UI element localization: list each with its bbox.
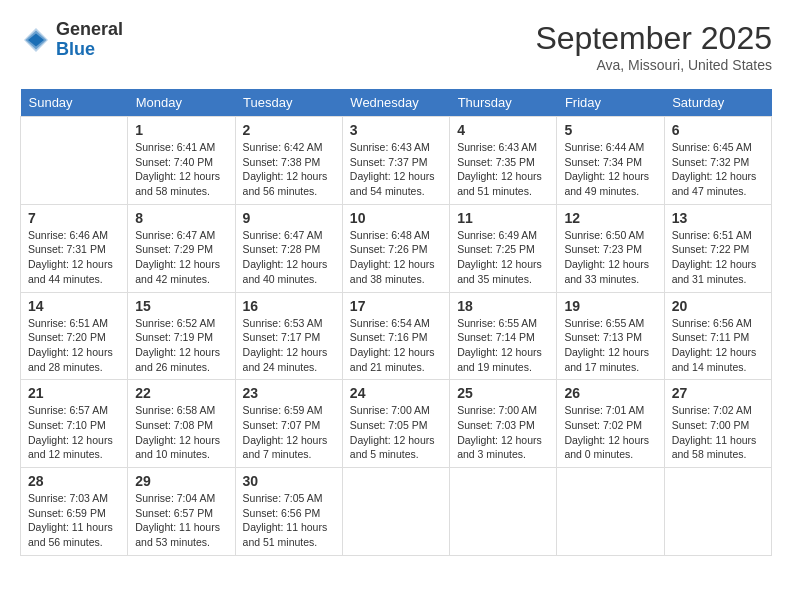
- day-number: 12: [564, 210, 656, 226]
- day-info: Sunrise: 6:47 AMSunset: 7:28 PMDaylight:…: [243, 228, 335, 287]
- day-number: 8: [135, 210, 227, 226]
- calendar-cell: 24Sunrise: 7:00 AMSunset: 7:05 PMDayligh…: [342, 380, 449, 468]
- day-number: 24: [350, 385, 442, 401]
- calendar-cell: 2Sunrise: 6:42 AMSunset: 7:38 PMDaylight…: [235, 117, 342, 205]
- day-number: 29: [135, 473, 227, 489]
- day-number: 23: [243, 385, 335, 401]
- weekday-header-row: SundayMondayTuesdayWednesdayThursdayFrid…: [21, 89, 772, 117]
- calendar-cell: 10Sunrise: 6:48 AMSunset: 7:26 PMDayligh…: [342, 204, 449, 292]
- calendar-cell: 16Sunrise: 6:53 AMSunset: 7:17 PMDayligh…: [235, 292, 342, 380]
- calendar-cell: 9Sunrise: 6:47 AMSunset: 7:28 PMDaylight…: [235, 204, 342, 292]
- day-info: Sunrise: 6:50 AMSunset: 7:23 PMDaylight:…: [564, 228, 656, 287]
- day-number: 17: [350, 298, 442, 314]
- calendar-cell: 19Sunrise: 6:55 AMSunset: 7:13 PMDayligh…: [557, 292, 664, 380]
- logo: General Blue: [20, 20, 123, 60]
- day-number: 11: [457, 210, 549, 226]
- calendar-cell: 1Sunrise: 6:41 AMSunset: 7:40 PMDaylight…: [128, 117, 235, 205]
- calendar-cell: 28Sunrise: 7:03 AMSunset: 6:59 PMDayligh…: [21, 468, 128, 556]
- logo-general: General: [56, 20, 123, 40]
- weekday-header-tuesday: Tuesday: [235, 89, 342, 117]
- day-number: 28: [28, 473, 120, 489]
- day-number: 13: [672, 210, 764, 226]
- weekday-header-saturday: Saturday: [664, 89, 771, 117]
- day-info: Sunrise: 6:43 AMSunset: 7:35 PMDaylight:…: [457, 140, 549, 199]
- day-number: 2: [243, 122, 335, 138]
- calendar-cell: 14Sunrise: 6:51 AMSunset: 7:20 PMDayligh…: [21, 292, 128, 380]
- calendar-cell: 23Sunrise: 6:59 AMSunset: 7:07 PMDayligh…: [235, 380, 342, 468]
- day-number: 5: [564, 122, 656, 138]
- day-info: Sunrise: 6:48 AMSunset: 7:26 PMDaylight:…: [350, 228, 442, 287]
- calendar-cell: 4Sunrise: 6:43 AMSunset: 7:35 PMDaylight…: [450, 117, 557, 205]
- day-number: 6: [672, 122, 764, 138]
- day-number: 25: [457, 385, 549, 401]
- day-number: 15: [135, 298, 227, 314]
- day-number: 26: [564, 385, 656, 401]
- day-info: Sunrise: 6:55 AMSunset: 7:13 PMDaylight:…: [564, 316, 656, 375]
- week-row-2: 7Sunrise: 6:46 AMSunset: 7:31 PMDaylight…: [21, 204, 772, 292]
- day-info: Sunrise: 6:56 AMSunset: 7:11 PMDaylight:…: [672, 316, 764, 375]
- title-block: September 2025 Ava, Missouri, United Sta…: [535, 20, 772, 73]
- logo-blue: Blue: [56, 40, 123, 60]
- weekday-header-wednesday: Wednesday: [342, 89, 449, 117]
- location: Ava, Missouri, United States: [535, 57, 772, 73]
- day-number: 16: [243, 298, 335, 314]
- calendar-cell: [557, 468, 664, 556]
- calendar-cell: 17Sunrise: 6:54 AMSunset: 7:16 PMDayligh…: [342, 292, 449, 380]
- weekday-header-monday: Monday: [128, 89, 235, 117]
- day-info: Sunrise: 6:43 AMSunset: 7:37 PMDaylight:…: [350, 140, 442, 199]
- week-row-1: 1Sunrise: 6:41 AMSunset: 7:40 PMDaylight…: [21, 117, 772, 205]
- calendar-cell: [664, 468, 771, 556]
- calendar-cell: 21Sunrise: 6:57 AMSunset: 7:10 PMDayligh…: [21, 380, 128, 468]
- page-header: General Blue September 2025 Ava, Missour…: [20, 20, 772, 73]
- day-info: Sunrise: 6:52 AMSunset: 7:19 PMDaylight:…: [135, 316, 227, 375]
- day-info: Sunrise: 6:47 AMSunset: 7:29 PMDaylight:…: [135, 228, 227, 287]
- calendar-cell: 3Sunrise: 6:43 AMSunset: 7:37 PMDaylight…: [342, 117, 449, 205]
- day-number: 4: [457, 122, 549, 138]
- day-info: Sunrise: 6:55 AMSunset: 7:14 PMDaylight:…: [457, 316, 549, 375]
- day-info: Sunrise: 6:58 AMSunset: 7:08 PMDaylight:…: [135, 403, 227, 462]
- day-number: 30: [243, 473, 335, 489]
- day-info: Sunrise: 6:51 AMSunset: 7:22 PMDaylight:…: [672, 228, 764, 287]
- day-number: 20: [672, 298, 764, 314]
- calendar-cell: 6Sunrise: 6:45 AMSunset: 7:32 PMDaylight…: [664, 117, 771, 205]
- day-number: 27: [672, 385, 764, 401]
- day-info: Sunrise: 6:59 AMSunset: 7:07 PMDaylight:…: [243, 403, 335, 462]
- day-info: Sunrise: 6:54 AMSunset: 7:16 PMDaylight:…: [350, 316, 442, 375]
- month-title: September 2025: [535, 20, 772, 57]
- day-info: Sunrise: 6:57 AMSunset: 7:10 PMDaylight:…: [28, 403, 120, 462]
- day-number: 19: [564, 298, 656, 314]
- calendar-table: SundayMondayTuesdayWednesdayThursdayFrid…: [20, 89, 772, 556]
- calendar-cell: 30Sunrise: 7:05 AMSunset: 6:56 PMDayligh…: [235, 468, 342, 556]
- day-info: Sunrise: 6:51 AMSunset: 7:20 PMDaylight:…: [28, 316, 120, 375]
- day-info: Sunrise: 6:42 AMSunset: 7:38 PMDaylight:…: [243, 140, 335, 199]
- calendar-cell: [21, 117, 128, 205]
- day-number: 21: [28, 385, 120, 401]
- day-info: Sunrise: 6:44 AMSunset: 7:34 PMDaylight:…: [564, 140, 656, 199]
- day-info: Sunrise: 6:49 AMSunset: 7:25 PMDaylight:…: [457, 228, 549, 287]
- calendar-cell: 26Sunrise: 7:01 AMSunset: 7:02 PMDayligh…: [557, 380, 664, 468]
- weekday-header-friday: Friday: [557, 89, 664, 117]
- day-number: 18: [457, 298, 549, 314]
- calendar-cell: [342, 468, 449, 556]
- calendar-cell: 27Sunrise: 7:02 AMSunset: 7:00 PMDayligh…: [664, 380, 771, 468]
- calendar-cell: 5Sunrise: 6:44 AMSunset: 7:34 PMDaylight…: [557, 117, 664, 205]
- day-number: 9: [243, 210, 335, 226]
- day-number: 10: [350, 210, 442, 226]
- day-info: Sunrise: 7:00 AMSunset: 7:05 PMDaylight:…: [350, 403, 442, 462]
- day-info: Sunrise: 7:01 AMSunset: 7:02 PMDaylight:…: [564, 403, 656, 462]
- calendar-cell: 25Sunrise: 7:00 AMSunset: 7:03 PMDayligh…: [450, 380, 557, 468]
- calendar-cell: 20Sunrise: 6:56 AMSunset: 7:11 PMDayligh…: [664, 292, 771, 380]
- day-number: 7: [28, 210, 120, 226]
- logo-text: General Blue: [56, 20, 123, 60]
- calendar-cell: 18Sunrise: 6:55 AMSunset: 7:14 PMDayligh…: [450, 292, 557, 380]
- day-info: Sunrise: 7:00 AMSunset: 7:03 PMDaylight:…: [457, 403, 549, 462]
- day-info: Sunrise: 6:53 AMSunset: 7:17 PMDaylight:…: [243, 316, 335, 375]
- calendar-cell: 22Sunrise: 6:58 AMSunset: 7:08 PMDayligh…: [128, 380, 235, 468]
- calendar-cell: 11Sunrise: 6:49 AMSunset: 7:25 PMDayligh…: [450, 204, 557, 292]
- calendar-cell: 29Sunrise: 7:04 AMSunset: 6:57 PMDayligh…: [128, 468, 235, 556]
- day-info: Sunrise: 6:45 AMSunset: 7:32 PMDaylight:…: [672, 140, 764, 199]
- calendar-cell: 7Sunrise: 6:46 AMSunset: 7:31 PMDaylight…: [21, 204, 128, 292]
- day-info: Sunrise: 7:02 AMSunset: 7:00 PMDaylight:…: [672, 403, 764, 462]
- day-info: Sunrise: 6:46 AMSunset: 7:31 PMDaylight:…: [28, 228, 120, 287]
- week-row-5: 28Sunrise: 7:03 AMSunset: 6:59 PMDayligh…: [21, 468, 772, 556]
